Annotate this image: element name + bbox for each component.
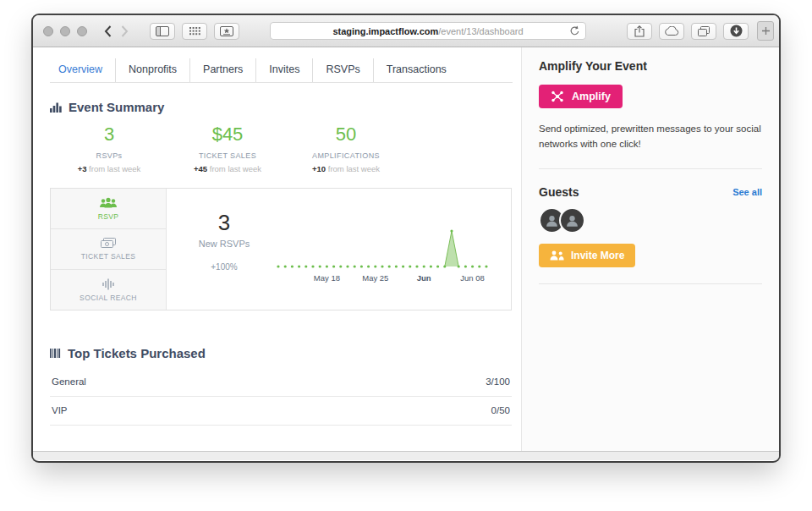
dashboard-main: Overview Nonprofits Partners Invites RSV…: [33, 47, 521, 451]
tab-rsvps[interactable]: RSVPs: [313, 58, 373, 82]
svg-text:May 18: May 18: [314, 273, 340, 283]
stat-label: TICKET SALES: [168, 151, 287, 160]
invite-more-label: Invite More: [571, 250, 624, 261]
stat-value: 3: [50, 124, 168, 146]
browser-window: staging.impactflow.com/event/13/dashboar…: [33, 15, 779, 461]
bar-chart-icon: [50, 102, 62, 113]
refresh-icon: [569, 25, 580, 36]
svg-text:May 25: May 25: [362, 273, 388, 283]
stat-delta: +3 from last week: [50, 164, 168, 173]
top-sites-button[interactable]: [182, 23, 207, 40]
rsvp-chart-region: 3 New RSVPs +100% May 18May 25JunJun 08: [167, 189, 511, 310]
address-bar[interactable]: staging.impactflow.com/event/13/dashboar…: [270, 22, 586, 40]
metric-tab-social-reach[interactable]: SOCIAL REACH: [51, 270, 166, 310]
metrics-panel: RSVP TICKET SALES SOCIAL REACH 3 New RSV…: [50, 188, 512, 310]
stat-value: $45: [168, 124, 287, 146]
stat-rsvps: 3 RSVPs +3 from last week: [50, 124, 168, 173]
forward-button[interactable]: [116, 22, 133, 41]
top-tickets-table: General 3/100 VIP 0/50: [50, 368, 512, 426]
sidebar-icon: [156, 26, 169, 36]
svg-text:Jun: Jun: [417, 273, 431, 283]
tab-partners[interactable]: Partners: [190, 58, 256, 82]
top-tickets-heading: Top Tickets Purchased: [50, 346, 513, 360]
share-icon: [634, 25, 645, 37]
see-all-link[interactable]: See all: [732, 187, 762, 197]
grid-icon: [189, 27, 200, 36]
amplify-button[interactable]: Amplify: [539, 85, 623, 108]
invite-more-button[interactable]: Invite More: [539, 244, 635, 267]
amplify-description: Send optimized, prewritten messages to y…: [539, 122, 776, 152]
amplify-section-title: Amplify Your Event: [539, 59, 762, 73]
window-bottom-bar: [33, 451, 779, 460]
favorites-button[interactable]: [214, 23, 239, 40]
people-icon: [99, 197, 118, 209]
close-window-button[interactable]: [43, 26, 53, 36]
tab-transactions[interactable]: Transactions: [374, 58, 459, 82]
stat-delta: +45 from last week: [168, 164, 287, 173]
guests-title: Guests: [539, 185, 579, 199]
dashboard-sidebar: Amplify Your Event Amplify Send optimize…: [521, 47, 779, 451]
stat-label: AMPLIFICATIONS: [287, 151, 405, 160]
amplify-button-label: Amplify: [572, 91, 611, 102]
metric-tab-rsvp[interactable]: RSVP: [51, 189, 166, 229]
stat-amplifications: 50 AMPLIFICATIONS +10 from last week: [287, 124, 405, 173]
share-button[interactable]: [627, 23, 652, 40]
chevron-left-icon: [104, 25, 112, 37]
browser-toolbar: staging.impactflow.com/event/13/dashboar…: [33, 15, 779, 47]
sidebar-divider: [539, 168, 762, 169]
ticket-count: 3/100: [486, 376, 510, 387]
event-summary-title: Event Summary: [69, 100, 164, 114]
back-button[interactable]: [99, 22, 116, 41]
show-tabs-button[interactable]: [691, 23, 716, 40]
money-icon: [101, 238, 116, 249]
downloads-button[interactable]: [723, 23, 749, 40]
tab-nonprofits[interactable]: Nonprofits: [116, 58, 190, 82]
stat-label: RSVPs: [50, 151, 168, 160]
tabs-icon: [698, 26, 710, 36]
download-icon: [730, 25, 743, 37]
stat-ticket-sales: $45 TICKET SALES +45 from last week: [168, 124, 287, 173]
guest-avatar[interactable]: [559, 207, 585, 234]
ticket-row-vip: VIP 0/50: [50, 397, 512, 426]
chart-headline-label: New RSVPs: [177, 239, 272, 249]
dashboard-tab-bar: Overview Nonprofits Partners Invites RSV…: [50, 58, 513, 83]
barcode-icon: [50, 348, 61, 359]
zoom-window-button[interactable]: [77, 26, 87, 36]
stat-value: 50: [287, 124, 405, 146]
traffic-lights: [43, 26, 87, 36]
tab-overview[interactable]: Overview: [50, 58, 116, 82]
pulse-icon: [102, 278, 115, 290]
cloud-icon: [664, 26, 679, 36]
rsvp-sparkline-chart: May 18May 25JunJun 08: [272, 206, 498, 290]
sidebar-toggle-button[interactable]: [150, 23, 175, 40]
star-box-icon: [220, 26, 233, 36]
minimize-window-button[interactable]: [60, 26, 70, 36]
metric-tab-label: SOCIAL REACH: [80, 294, 137, 302]
invite-people-icon: [550, 250, 564, 261]
svg-text:Jun 08: Jun 08: [460, 273, 485, 283]
metric-tab-ticket-sales[interactable]: TICKET SALES: [51, 229, 166, 270]
ticket-name: General: [52, 376, 86, 387]
new-tab-button[interactable]: [757, 21, 774, 41]
event-summary-heading: Event Summary: [50, 100, 513, 114]
metric-tab-label: RSVP: [98, 212, 119, 221]
chart-headline-delta: +100%: [177, 262, 272, 272]
person-silhouette-icon: [544, 212, 560, 228]
ticket-count: 0/50: [491, 405, 510, 415]
summary-stats: 3 RSVPs +3 from last week $45 TICKET SAL…: [50, 124, 405, 173]
guest-avatar-list: [539, 207, 762, 234]
top-tickets-title: Top Tickets Purchased: [68, 346, 206, 360]
icloud-button[interactable]: [659, 23, 684, 40]
metric-tab-column: RSVP TICKET SALES SOCIAL REACH: [51, 189, 167, 310]
tab-invites[interactable]: Invites: [256, 58, 313, 82]
chart-headline: 3 New RSVPs +100%: [177, 189, 272, 310]
plus-icon: [762, 27, 770, 35]
sidebar-divider: [539, 283, 762, 284]
stat-delta: +10 from last week: [287, 164, 405, 173]
chart-headline-value: 3: [177, 210, 272, 236]
metric-tab-label: TICKET SALES: [81, 252, 136, 261]
reload-button[interactable]: [569, 25, 580, 38]
url-path: /event/13/dashboard: [438, 26, 523, 36]
ticket-row-general: General 3/100: [50, 368, 512, 397]
person-silhouette-icon: [564, 212, 580, 228]
